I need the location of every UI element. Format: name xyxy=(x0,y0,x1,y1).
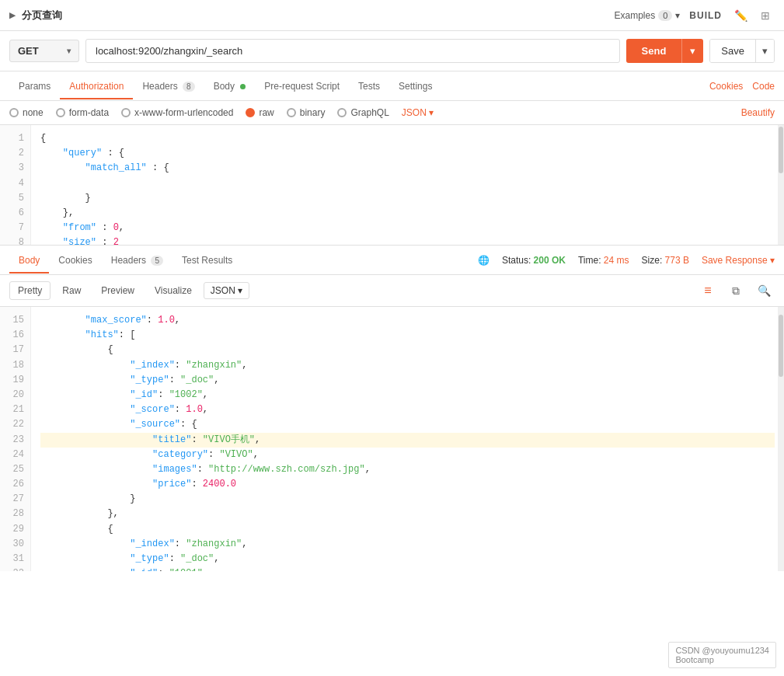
radio-raw[interactable]: raw xyxy=(246,107,274,118)
tab-authorization[interactable]: Authorization xyxy=(60,73,133,99)
tab-tests[interactable]: Tests xyxy=(349,73,389,99)
resp-pretty-button[interactable]: Pretty xyxy=(9,281,51,300)
resp-visualize-button[interactable]: Visualize xyxy=(146,281,200,300)
examples-button[interactable]: Examples 0 ▾ xyxy=(615,10,681,21)
scrollbar-thumb xyxy=(779,127,783,173)
radio-none-icon xyxy=(9,108,19,117)
response-body: 15 16 17 18 19 20 21 22 23 24 25 26 27 2… xyxy=(0,307,784,571)
save-response-button[interactable]: Save Response ▾ xyxy=(702,255,775,266)
wrap-icon[interactable]: ≡ xyxy=(697,280,719,301)
arrow-icon: ▶ xyxy=(9,11,16,19)
globe-icon: 🌐 xyxy=(478,255,490,266)
send-group: Send ▾ xyxy=(626,39,704,63)
search-icon[interactable]: 🔍 xyxy=(753,280,775,301)
resp-toolbar-icons: ≡ ⧉ 🔍 xyxy=(697,280,775,301)
save-dropdown-button[interactable]: ▾ xyxy=(755,40,774,62)
copy-icon[interactable]: ⧉ xyxy=(725,280,747,301)
method-value: GET xyxy=(18,45,39,57)
body-dot-indicator xyxy=(240,84,246,89)
examples-chevron-icon: ▾ xyxy=(675,10,680,21)
response-status-bar: 🌐 Status: 200 OK Time: 24 ms Size: 773 B… xyxy=(478,255,775,266)
request-scrollbar[interactable] xyxy=(778,125,784,245)
top-icons: ✏️ ⊞ xyxy=(731,6,775,25)
page-title: 分页查询 xyxy=(22,9,62,23)
json-format-dropdown[interactable]: JSON ▾ xyxy=(402,107,434,118)
headers-count-badge: 8 xyxy=(183,82,195,92)
send-dropdown-button[interactable]: ▾ xyxy=(681,39,703,63)
tabs-right-links: Cookies Code xyxy=(709,81,775,92)
radio-none[interactable]: none xyxy=(9,107,44,118)
build-button[interactable]: BUILD xyxy=(689,10,722,21)
response-line-numbers: 15 16 17 18 19 20 21 22 23 24 25 26 27 2… xyxy=(0,307,31,571)
response-section-header: Body Cookies Headers 5 Test Results 🌐 St… xyxy=(0,246,784,275)
tab-pre-request[interactable]: Pre-request Script xyxy=(255,73,349,99)
top-bar: ▶ 分页查询 Examples 0 ▾ BUILD ✏️ ⊞ xyxy=(0,0,784,31)
time-value: 24 ms xyxy=(604,255,629,266)
url-input[interactable] xyxy=(85,39,620,63)
resp-scrollbar-thumb xyxy=(779,315,783,377)
method-selector[interactable]: GET ▾ xyxy=(9,40,79,62)
response-scrollbar[interactable] xyxy=(778,307,784,571)
url-bar: GET ▾ Send ▾ Save ▾ xyxy=(0,31,784,71)
status-value: 200 OK xyxy=(534,255,566,266)
edit-icon[interactable]: ✏️ xyxy=(731,6,750,25)
time-label: Time: 24 ms xyxy=(578,255,629,266)
radio-urlencoded[interactable]: x-www-form-urlencoded xyxy=(121,107,233,118)
status-label: Status: 200 OK xyxy=(502,255,566,266)
radio-form-data-icon xyxy=(56,108,65,117)
resp-raw-button[interactable]: Raw xyxy=(54,281,89,300)
radio-graphql[interactable]: GraphQL xyxy=(337,107,389,118)
save-button[interactable]: Save xyxy=(710,40,755,62)
code-link[interactable]: Code xyxy=(752,81,775,92)
tab-settings[interactable]: Settings xyxy=(389,73,441,99)
resp-preview-button[interactable]: Preview xyxy=(92,281,143,300)
request-editor: 1 2 3 4 5 6 7 8 { "query" : { "match_all… xyxy=(0,125,784,246)
layout-icon[interactable]: ⊞ xyxy=(756,6,775,25)
save-group: Save ▾ xyxy=(709,39,775,63)
tab-params[interactable]: Params xyxy=(9,73,60,99)
resp-tab-test-results[interactable]: Test Results xyxy=(172,247,242,274)
body-type-row: none form-data x-www-form-urlencoded raw… xyxy=(0,101,784,125)
response-code-content: "max_score": 1.0, "hits": [ { "_index": … xyxy=(31,307,784,571)
request-tabs: Params Authorization Headers 8 Body Pre-… xyxy=(0,71,784,101)
send-button[interactable]: Send xyxy=(626,39,682,63)
radio-graphql-icon xyxy=(337,108,347,117)
resp-tab-cookies[interactable]: Cookies xyxy=(49,247,101,274)
size-value: 773 B xyxy=(665,255,689,266)
method-chevron-icon: ▾ xyxy=(67,47,71,55)
radio-binary[interactable]: binary xyxy=(287,107,326,118)
examples-label: Examples xyxy=(615,10,656,21)
resp-tab-body[interactable]: Body xyxy=(9,247,49,274)
json-chevron-icon: ▾ xyxy=(429,107,434,118)
radio-form-data[interactable]: form-data xyxy=(56,107,109,118)
radio-raw-icon xyxy=(246,108,255,117)
request-code-content[interactable]: { "query" : { "match_all" : { } }, "from… xyxy=(31,125,784,246)
radio-urlencoded-icon xyxy=(121,108,131,117)
examples-count: 0 xyxy=(658,10,672,21)
request-line-numbers: 1 2 3 4 5 6 7 8 xyxy=(0,125,31,246)
resp-format-dropdown[interactable]: JSON ▾ xyxy=(204,282,249,299)
response-tabs: Body Cookies Headers 5 Test Results xyxy=(9,247,242,274)
top-bar-right: Examples 0 ▾ BUILD ✏️ ⊞ xyxy=(615,6,775,25)
top-bar-left: ▶ 分页查询 xyxy=(9,9,62,23)
beautify-button[interactable]: Beautify xyxy=(741,107,775,118)
cookies-link[interactable]: Cookies xyxy=(709,81,743,92)
resp-headers-count: 5 xyxy=(151,256,163,266)
tab-body[interactable]: Body xyxy=(204,73,256,99)
radio-binary-icon xyxy=(287,108,296,117)
tab-headers[interactable]: Headers 8 xyxy=(133,73,204,99)
resp-format-chevron-icon: ▾ xyxy=(238,285,242,296)
resp-tab-headers[interactable]: Headers 5 xyxy=(102,247,172,274)
size-label: Size: 773 B xyxy=(642,255,689,266)
response-toolbar: Pretty Raw Preview Visualize JSON ▾ ≡ ⧉ … xyxy=(0,275,784,307)
